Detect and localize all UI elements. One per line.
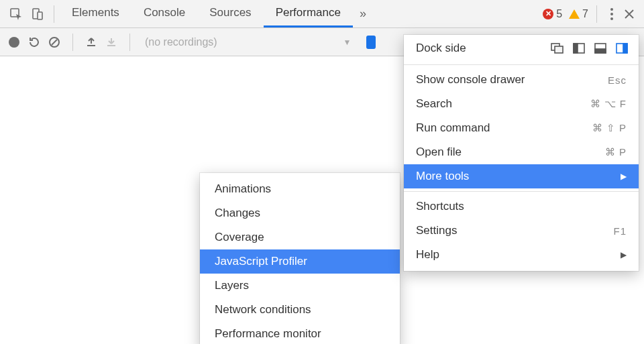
menu-shortcut: F1 (613, 225, 627, 237)
svg-rect-14 (595, 49, 606, 53)
separator (404, 191, 639, 192)
svg-rect-2 (38, 12, 42, 19)
menu-label: Search (416, 97, 452, 111)
separator (129, 34, 130, 51)
svg-rect-10 (555, 46, 563, 53)
tab-elements[interactable]: Elements (60, 0, 131, 27)
menu-help[interactable]: Help ▶ (404, 243, 639, 267)
menu-label: Shortcuts (416, 200, 464, 213)
devtools-top-toolbar: Elements Console Sources Performance » ✕… (0, 0, 644, 28)
menu-label: Run command (416, 121, 490, 135)
svg-rect-12 (574, 44, 578, 53)
record-button[interactable] (7, 35, 21, 50)
submenu-changes[interactable]: Changes (200, 201, 400, 225)
submenu-arrow-icon: ▶ (621, 250, 627, 260)
screenshot-toggle[interactable] (366, 36, 376, 49)
submenu-animations[interactable]: Animations (200, 177, 400, 201)
tab-performance[interactable]: Performance (264, 0, 353, 27)
dropdown-caret-icon[interactable]: ▼ (343, 38, 352, 47)
main-menu: Dock side Show console drawer Esc Search… (404, 35, 639, 271)
svg-rect-8 (107, 45, 115, 46)
menu-label: Show console drawer (416, 73, 525, 87)
clear-icon[interactable] (47, 35, 62, 50)
tab-console[interactable]: Console (131, 0, 197, 27)
svg-point-5 (610, 17, 613, 20)
menu-shortcut: ⌘ ⇧ P (592, 122, 627, 134)
menu-label: Settings (416, 224, 457, 237)
dock-side-row: Dock side (404, 35, 639, 62)
load-profile-icon[interactable] (84, 35, 99, 50)
separator (596, 5, 597, 23)
warning-count[interactable]: 7 (582, 8, 588, 20)
save-profile-icon (104, 35, 119, 50)
undock-icon[interactable] (550, 42, 565, 54)
menu-search[interactable]: Search ⌘ ⌥ F (404, 92, 639, 116)
reload-record-icon[interactable] (27, 35, 42, 50)
menu-run-command[interactable]: Run command ⌘ ⇧ P (404, 116, 639, 140)
svg-point-4 (610, 13, 613, 15)
inspect-element-icon[interactable] (8, 6, 24, 22)
menu-label: Help (416, 248, 439, 262)
menu-shortcut: ⌘ ⌥ F (590, 98, 627, 110)
menu-label: Open file (416, 146, 462, 159)
menu-open-file[interactable]: Open file ⌘ P (404, 140, 639, 164)
submenu-arrow-icon: ▶ (621, 172, 627, 181)
recordings-dropdown[interactable]: (no recordings) (145, 36, 217, 48)
warning-icon[interactable] (569, 9, 580, 19)
submenu-javascript-profiler[interactable]: JavaScript Profiler (200, 249, 400, 274)
dock-left-icon[interactable] (572, 42, 586, 54)
menu-shortcuts[interactable]: Shortcuts (404, 194, 639, 219)
menu-show-console-drawer[interactable]: Show console drawer Esc (404, 68, 639, 92)
panel-tabs: Elements Console Sources Performance (60, 0, 353, 27)
separator (54, 5, 54, 23)
separator (404, 64, 639, 65)
error-icon[interactable]: ✕ (543, 9, 553, 19)
tabs-overflow-icon[interactable]: » (353, 7, 373, 21)
menu-settings[interactable]: Settings F1 (404, 219, 639, 243)
submenu-layers[interactable]: Layers (200, 274, 400, 298)
menu-label: More tools (416, 170, 469, 183)
svg-rect-16 (623, 44, 627, 53)
more-tools-submenu: Animations Changes Coverage JavaScript P… (200, 173, 400, 344)
dock-bottom-icon[interactable] (593, 42, 608, 54)
submenu-performance-monitor[interactable]: Performance monitor (200, 322, 400, 344)
error-count[interactable]: 5 (556, 8, 562, 20)
dock-side-label: Dock side (416, 42, 466, 55)
dock-right-icon[interactable] (614, 42, 629, 54)
status-area: ✕ 5 7 (543, 5, 639, 23)
menu-more-tools[interactable]: More tools ▶ (404, 164, 639, 188)
svg-point-3 (610, 8, 613, 11)
submenu-coverage[interactable]: Coverage (200, 225, 400, 249)
close-devtools-icon[interactable] (620, 9, 639, 19)
svg-rect-7 (87, 45, 95, 46)
menu-shortcut: ⌘ P (605, 146, 627, 158)
menu-shortcut: Esc (608, 74, 627, 86)
separator (72, 34, 73, 51)
main-menu-icon[interactable] (605, 8, 619, 20)
submenu-network-conditions[interactable]: Network conditions (200, 298, 400, 322)
tab-sources[interactable]: Sources (197, 0, 263, 27)
device-toolbar-icon[interactable] (30, 6, 46, 22)
